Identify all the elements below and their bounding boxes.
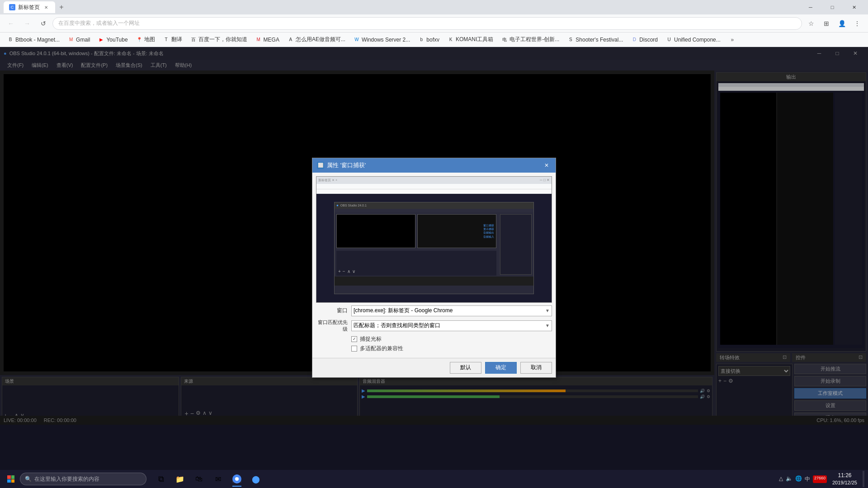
- close-button[interactable]: ✕: [844, 0, 864, 14]
- preview-down-icon: ∨: [352, 269, 355, 274]
- bookmark-label: Gmail: [76, 37, 90, 43]
- taskbar-clock[interactable]: 11:26 2019/12/25: [829, 472, 861, 486]
- back-button[interactable]: ←: [4, 16, 18, 31]
- preview-obs-logo: ●: [336, 203, 339, 207]
- taskbar: 🔍 在这里输入你要搜索的内容 ⧉ 📁 🛍 ✉: [0, 470, 868, 488]
- clock-date: 2019/12/25: [832, 479, 857, 486]
- bookmarks-bar: B Btbook - Magnet... M Gmail ▶ YouTube 📍…: [0, 33, 868, 47]
- address-bar[interactable]: 在百度中搜索，或者输入一个网址: [52, 17, 802, 30]
- dialog-title: 属性 '窗口捕获': [327, 161, 366, 169]
- dialog-multi-adapter-label: 多适配器的兼容性: [360, 345, 403, 352]
- dialog-close-button[interactable]: ✕: [542, 161, 551, 170]
- bookmark-label: bofxv: [426, 37, 439, 43]
- dialog-content: 新标签页 ✕ + ─ □ ✕ ●: [312, 173, 556, 358]
- dialog-title-bar: ⬜ 属性 '窗口捕获' ✕: [312, 158, 556, 173]
- dialog-confirm-button[interactable]: 确定: [485, 362, 517, 374]
- more-bookmarks-icon[interactable]: »: [725, 33, 740, 47]
- preview-tab-label: 新标签页 ✕ +: [318, 178, 337, 183]
- browser-content: ● OBS Studio 24.0.1 (64-bit, windows) - …: [0, 47, 868, 488]
- bookmark-mega[interactable]: M MEGA: [252, 35, 283, 44]
- dialog-match-row: 窗口匹配优先级 匹配标题；否则查找相同类型的窗口 ▼: [316, 319, 552, 333]
- bookmark-favicon: K: [448, 37, 454, 43]
- taskbar-mail[interactable]: ✉: [209, 470, 227, 488]
- bookmark-bofxv[interactable]: b bofxv: [415, 35, 443, 44]
- preview-obs-controls-area: + − ∧ ∨: [336, 251, 496, 276]
- refresh-button[interactable]: ↺: [36, 16, 51, 31]
- new-tab-button[interactable]: +: [55, 1, 68, 14]
- bookmark-favicon: M: [68, 37, 74, 43]
- bookmark-baidu[interactable]: 百 百度一下，你就知道: [187, 34, 251, 45]
- bookmark-shooter[interactable]: S Shooter's Festival...: [564, 35, 627, 44]
- dialog-window-select[interactable]: [chrome.exe]: 新标签页 - Google Chrome ▼: [351, 305, 552, 316]
- tray-network-icon[interactable]: 🌐: [795, 475, 802, 483]
- tray-ime-icon[interactable]: 中: [805, 475, 810, 483]
- taskbar-obs[interactable]: ⬤: [247, 470, 265, 488]
- browser-tab[interactable]: C 新标签页 ✕: [4, 1, 55, 13]
- properties-dialog: ⬜ 属性 '窗口捕获' ✕ 新标签页 ✕ + ─ □ ✕: [312, 158, 556, 378]
- bookmark-favicon: S: [567, 37, 574, 43]
- profile-icon[interactable]: 👤: [835, 16, 849, 31]
- dialog-window-icon: ⬜: [317, 162, 324, 169]
- extensions-icon[interactable]: ⊞: [819, 16, 834, 31]
- bookmark-label: Discord: [639, 37, 658, 43]
- preview-obs-left: 窗口捕获显示捕获音频输出音频输入: [335, 212, 498, 277]
- dialog-cancel-button[interactable]: 取消: [520, 362, 552, 374]
- obs-taskbar-icon: ⬤: [250, 474, 261, 484]
- bookmark-label: 翻译: [171, 36, 182, 43]
- bookmark-ae[interactable]: A 怎么用AE做音频可...: [284, 34, 349, 45]
- preview-obs-body: 窗口捕获显示捕获音频输出音频输入: [335, 212, 533, 277]
- win-logo-block2: [11, 475, 15, 479]
- preview-nav-bar: [316, 184, 552, 189]
- taskbar-file-explorer[interactable]: 📁: [171, 470, 189, 488]
- tray-icons-area: △ 🔈 🌐 中 27660: [779, 475, 827, 483]
- store-icon: 🛍: [193, 474, 204, 484]
- bookmark-favicon: ▶: [98, 37, 104, 43]
- tray-caret-icon[interactable]: △: [779, 475, 783, 483]
- bookmark-btbook[interactable]: B Btbook - Magnet...: [4, 35, 63, 44]
- bookmark-favicon: 百: [190, 37, 197, 43]
- preview-obs-title-text: OBS Studio 24.0.1: [340, 204, 367, 207]
- bookmark-translate[interactable]: T 翻译: [160, 34, 186, 45]
- dialog-multi-adapter-checkbox[interactable]: [351, 346, 357, 352]
- bookmark-favicon: M: [255, 37, 262, 43]
- bookmark-label: Windows Server 2...: [362, 37, 410, 43]
- star-icon[interactable]: ☆: [804, 16, 818, 31]
- bookmark-label: MEGA: [264, 37, 279, 43]
- bookmark-windows-server[interactable]: W Windows Server 2...: [350, 35, 414, 44]
- taskbar-search[interactable]: 🔍 在这里输入你要搜索的内容: [20, 473, 146, 485]
- file-explorer-icon: 📁: [175, 474, 185, 484]
- dialog-capture-cursor-label: 捕捉光标: [360, 335, 382, 343]
- bookmark-unified[interactable]: U Unified Compone...: [662, 35, 724, 44]
- tray-volume-icon[interactable]: 🔈: [786, 475, 793, 483]
- bookmark-electronics[interactable]: 电 电子工程世界-创新...: [498, 34, 563, 45]
- tab-close-button[interactable]: ✕: [42, 4, 50, 11]
- search-magnifier-icon: 🔍: [25, 476, 32, 482]
- bookmark-youtube[interactable]: ▶ YouTube: [94, 35, 131, 44]
- dialog-capture-cursor-checkbox[interactable]: ✓: [351, 336, 357, 342]
- dialog-match-value: 匹配标题；否则查找相同类型的窗口: [354, 322, 440, 329]
- bookmark-favicon: D: [631, 37, 637, 43]
- forward-button[interactable]: →: [20, 16, 34, 31]
- show-desktop-button[interactable]: [863, 471, 864, 487]
- dialog-checkbox1-row: ✓ 捕捉光标: [351, 335, 552, 343]
- dialog-default-button[interactable]: 默认: [450, 362, 481, 374]
- bookmark-favicon: b: [418, 37, 425, 43]
- bookmark-maps[interactable]: 📍 地图: [132, 34, 159, 45]
- bookmark-discord[interactable]: D Discord: [627, 35, 661, 44]
- start-button[interactable]: [4, 472, 18, 486]
- tab-area: C 新标签页 ✕ +: [4, 0, 795, 14]
- maximize-button[interactable]: □: [822, 0, 843, 14]
- dialog-match-select[interactable]: 匹配标题；否则查找相同类型的窗口 ▼: [351, 320, 552, 331]
- taskbar-task-view[interactable]: ⧉: [152, 470, 170, 488]
- menu-icon[interactable]: ⋮: [850, 16, 864, 31]
- dialog-checkbox2-row: 多适配器的兼容性: [351, 345, 552, 352]
- chrome-icon: [231, 474, 242, 484]
- dialog-preview-area: 新标签页 ✕ + ─ □ ✕ ●: [316, 176, 552, 303]
- taskbar-store[interactable]: 🛍: [190, 470, 208, 488]
- taskbar-chrome[interactable]: [228, 470, 246, 488]
- bookmark-komani[interactable]: K KOMANI工具箱: [444, 34, 497, 45]
- tray-notification-count[interactable]: 27660: [813, 475, 827, 483]
- bookmark-gmail[interactable]: M Gmail: [64, 35, 94, 44]
- preview-obs-menubar: [335, 209, 533, 212]
- minimize-button[interactable]: ─: [800, 0, 821, 14]
